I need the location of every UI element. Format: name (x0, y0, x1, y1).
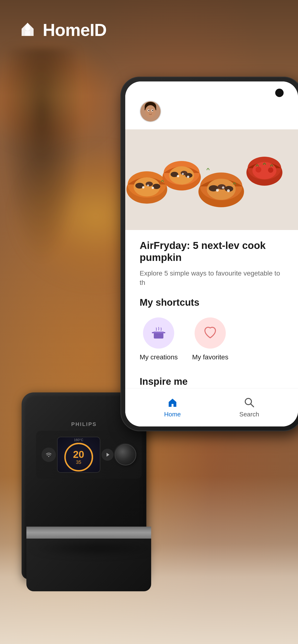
airfryer-display: 160°C 20 35 (57, 437, 100, 473)
svg-point-9 (152, 110, 153, 111)
phone-screen: AirFryday: 5 next-lev cook pumpkin Explo… (125, 82, 298, 426)
shortcuts-section: My shortcuts (125, 290, 298, 368)
airfryer-brand: PHILIPS (71, 421, 97, 428)
svg-point-37 (227, 189, 230, 192)
airfryer-control-panel: 160°C 20 35 (36, 431, 141, 479)
app-content: AirFryday: 5 next-lev cook pumpkin Explo… (125, 82, 298, 426)
airfryer-time-main: 20 (73, 450, 84, 460)
svg-point-15 (146, 182, 153, 186)
svg-point-36 (222, 186, 224, 189)
homeid-logo-text: HomeID (43, 20, 106, 40)
shortcuts-title: My shortcuts (140, 297, 284, 308)
article-text-area: AirFryday: 5 next-lev cook pumpkin Explo… (125, 230, 298, 294)
homeid-logo-icon (17, 19, 38, 41)
svg-rect-47 (163, 332, 165, 333)
airfryer-ring: 20 35 (64, 443, 93, 472)
svg-point-5 (145, 105, 156, 118)
svg-point-28 (187, 176, 189, 178)
search-nav-label: Search (239, 411, 259, 418)
article-title: AirFryday: 5 next-lev cook pumpkin (140, 240, 284, 264)
bottom-navigation: Home Search (125, 388, 298, 426)
phone-camera (275, 89, 284, 97)
shortcuts-grid: My creations My favorites (140, 318, 284, 361)
home-nav-icon (167, 397, 178, 408)
svg-point-43 (268, 168, 273, 173)
article-description: Explore 5 simple ways to favourite veget… (140, 268, 284, 287)
airfryer-temp: 160°C (74, 438, 83, 442)
svg-point-17 (142, 186, 144, 188)
nav-search[interactable]: Search (239, 397, 259, 418)
search-nav-icon (244, 397, 255, 408)
airfryer-silver-band (26, 526, 151, 538)
svg-point-0 (48, 456, 49, 457)
svg-point-35 (216, 189, 219, 192)
phone-frame: AirFryday: 5 next-lev cook pumpkin Explo… (120, 77, 298, 436)
my-creations-icon-bg (143, 318, 174, 348)
avatar-image (140, 101, 161, 122)
my-favorites-icon (203, 326, 217, 340)
airfryer-time-sub: 35 (76, 460, 81, 465)
my-favorites-icon-bg (195, 318, 226, 348)
my-creations-label: My creations (140, 354, 178, 361)
inspire-title: Inspire me (140, 376, 284, 387)
phone-container: AirFryday: 5 next-lev cook pumpkin Explo… (120, 77, 298, 436)
my-creations-icon (152, 326, 166, 340)
airfryer-shadow (29, 541, 161, 555)
airfryer-play-button[interactable] (101, 449, 113, 461)
svg-marker-1 (106, 453, 109, 457)
svg-point-33 (218, 184, 226, 190)
featured-article-image (125, 130, 298, 230)
airfryer-wifi-button[interactable] (42, 448, 56, 462)
svg-rect-45 (153, 332, 164, 333)
svg-point-42 (262, 165, 267, 170)
svg-point-27 (182, 173, 184, 175)
svg-point-26 (177, 175, 179, 177)
svg-point-41 (255, 167, 261, 172)
svg-point-19 (152, 187, 154, 189)
logo-container: HomeID (17, 19, 106, 41)
person-silhouette (0, 48, 84, 264)
shortcut-my-favorites[interactable]: My favorites (192, 318, 228, 361)
nav-home[interactable]: Home (164, 397, 181, 418)
svg-rect-44 (154, 332, 163, 338)
user-avatar[interactable] (140, 100, 161, 122)
svg-point-7 (148, 110, 150, 111)
svg-rect-46 (152, 332, 154, 333)
svg-point-18 (147, 184, 149, 186)
home-nav-label: Home (164, 411, 181, 418)
shortcut-my-creations[interactable]: My creations (140, 318, 178, 361)
my-favorites-label: My favorites (192, 354, 228, 361)
airfryer-knob[interactable] (115, 444, 136, 466)
